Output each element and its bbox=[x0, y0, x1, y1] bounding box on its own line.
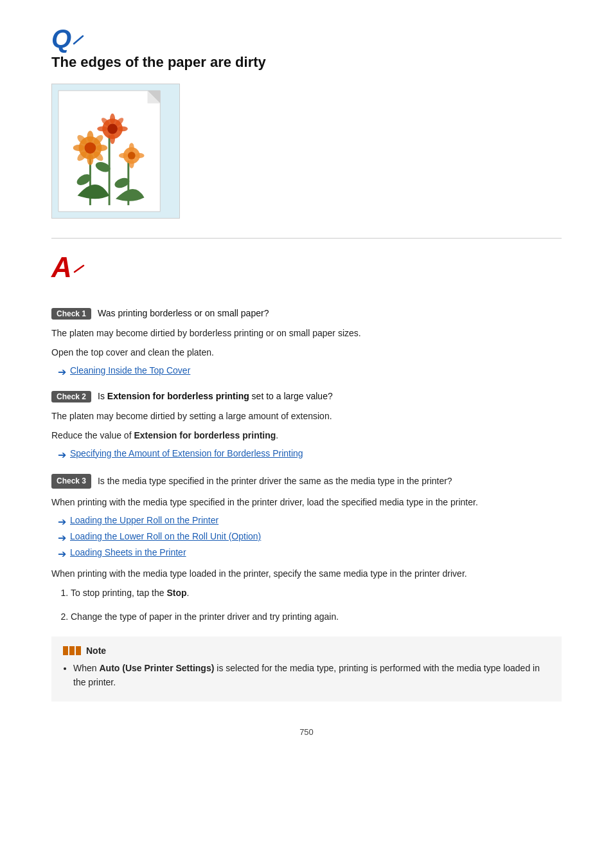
arrow-icon-3: ➔ bbox=[58, 516, 66, 528]
check2-heading: Check 2 Is Extension for borderless prin… bbox=[51, 391, 562, 402]
step1: To stop printing, tap the Stop. bbox=[71, 586, 562, 600]
svg-point-15 bbox=[96, 145, 107, 151]
paper-dirty-illustration bbox=[51, 84, 180, 219]
svg-point-29 bbox=[128, 152, 136, 159]
check2-para2: Reduce the value of Extension for border… bbox=[51, 428, 562, 442]
note-header: Note bbox=[63, 646, 550, 656]
check3-link3[interactable]: Loading Sheets in the Printer bbox=[70, 547, 186, 557]
check2-section: Check 2 Is Extension for borderless prin… bbox=[51, 391, 562, 461]
check2-link-item: ➔ Specifying the Amount of Extension for… bbox=[58, 448, 562, 461]
arrow-icon-5: ➔ bbox=[58, 548, 66, 560]
note-bullet-1: When Auto (Use Printer Settings) is sele… bbox=[73, 661, 550, 690]
svg-point-14 bbox=[73, 145, 85, 151]
check1-link-item: ➔ Cleaning Inside the Top Cover bbox=[58, 365, 562, 378]
check3-link-item-2: ➔ Loading the Lower Roll on the Roll Uni… bbox=[58, 531, 562, 544]
step2: Change the type of paper in the printer … bbox=[71, 610, 562, 624]
svg-point-32 bbox=[119, 153, 128, 158]
note-icon bbox=[63, 646, 82, 655]
svg-point-23 bbox=[110, 134, 115, 144]
check3-section: Check 3 Is the media type specified in t… bbox=[51, 474, 562, 624]
page-number: 750 bbox=[51, 727, 562, 737]
note-bullets: When Auto (Use Printer Settings) is sele… bbox=[73, 661, 550, 690]
check2-link[interactable]: Specifying the Amount of Extension for B… bbox=[70, 448, 303, 458]
check1-badge: Check 1 bbox=[51, 308, 91, 320]
section-divider bbox=[51, 238, 562, 239]
check1-link[interactable]: Cleaning Inside the Top Cover bbox=[70, 365, 190, 375]
svg-point-12 bbox=[87, 131, 93, 142]
check3-link-item-1: ➔ Loading the Upper Roll on the Printer bbox=[58, 515, 562, 528]
check3-link-item-3: ➔ Loading Sheets in the Printer bbox=[58, 547, 562, 560]
check3-para1: When printing with the media type specif… bbox=[51, 495, 562, 509]
svg-point-13 bbox=[87, 154, 93, 165]
a-icon: A bbox=[51, 251, 85, 284]
svg-point-33 bbox=[136, 153, 145, 158]
svg-point-25 bbox=[118, 126, 128, 131]
check1-para1: The platen may become dirtied by borderl… bbox=[51, 326, 562, 340]
q-icon: Q bbox=[51, 26, 84, 51]
svg-point-30 bbox=[129, 143, 134, 152]
svg-point-24 bbox=[97, 126, 107, 131]
check2-heading-text: Is Extension for borderless printing set… bbox=[98, 391, 333, 401]
check1-heading-text: Was printing borderless or on small pape… bbox=[98, 308, 269, 318]
arrow-icon-1: ➔ bbox=[58, 366, 66, 378]
check2-badge: Check 2 bbox=[51, 391, 91, 402]
svg-point-11 bbox=[84, 142, 96, 154]
check3-link2[interactable]: Loading the Lower Roll on the Roll Unit … bbox=[70, 531, 261, 541]
check1-heading: Check 1 Was printing borderless or on sm… bbox=[51, 308, 562, 320]
check1-para2: Open the top cover and clean the platen. bbox=[51, 345, 562, 359]
check3-heading-text: Is the media type specified in the print… bbox=[98, 476, 452, 486]
page-title: The edges of the paper are dirty bbox=[51, 54, 562, 71]
svg-point-22 bbox=[110, 114, 115, 124]
check1-section: Check 1 Was printing borderless or on sm… bbox=[51, 308, 562, 378]
check3-para2: When printing with the media type loaded… bbox=[51, 566, 562, 581]
check3-badge: Check 3 bbox=[51, 474, 91, 489]
check3-heading: Check 3 Is the media type specified in t… bbox=[51, 474, 562, 489]
check2-para1: The platen may become dirtied by setting… bbox=[51, 409, 562, 423]
note-box: Note When Auto (Use Printer Settings) is… bbox=[51, 637, 562, 701]
check3-link1[interactable]: Loading the Upper Roll on the Printer bbox=[70, 515, 218, 525]
arrow-icon-2: ➔ bbox=[58, 449, 66, 461]
note-header-text: Note bbox=[86, 646, 106, 656]
svg-point-31 bbox=[129, 159, 134, 168]
steps-list: To stop printing, tap the Stop. Change t… bbox=[71, 586, 562, 624]
arrow-icon-4: ➔ bbox=[58, 532, 66, 544]
